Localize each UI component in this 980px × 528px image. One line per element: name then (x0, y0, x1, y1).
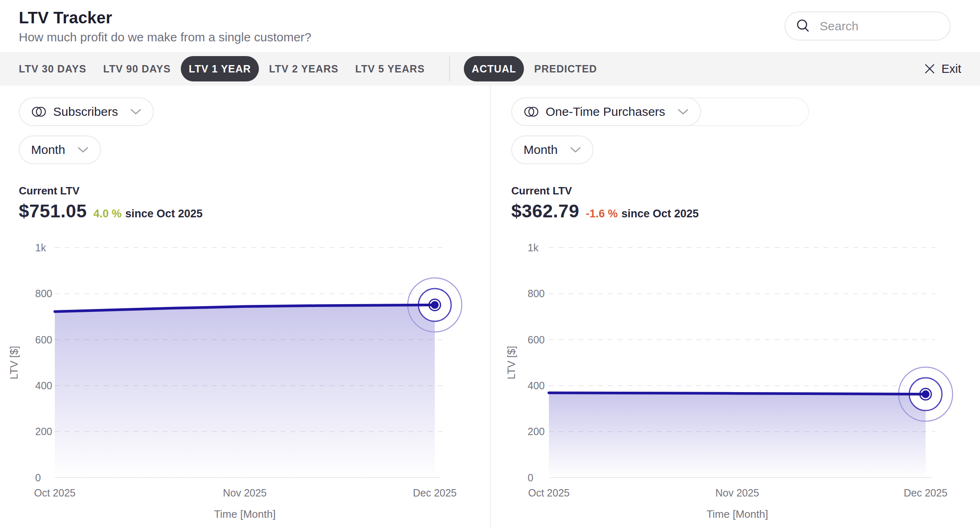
svg-text:1k: 1k (528, 242, 539, 253)
page-subtitle: How much profit do we make from a single… (19, 30, 311, 44)
segment-select-label: Subscribers (53, 105, 118, 119)
svg-text:Oct 2025: Oct 2025 (34, 487, 75, 499)
header: LTV Tracker How much profit do we make f… (0, 0, 980, 52)
period-tabs: LTV 30 DAYS LTV 90 DAYS LTV 1 YEAR LTV 2… (12, 56, 431, 81)
search-input[interactable] (820, 19, 942, 33)
exit-button[interactable]: Exit (924, 62, 961, 76)
page-title: LTV Tracker (19, 9, 311, 27)
main-content: Subscribers Month Current LTV $751.05 4.… (0, 86, 980, 528)
svg-text:0: 0 (35, 472, 41, 483)
granularity-select-label: Month (524, 143, 557, 157)
search-icon (795, 18, 811, 34)
tab-ltv-1-year[interactable]: LTV 1 YEAR (181, 56, 258, 81)
panel-one-time-purchasers: One-Time Purchasers Month Current LTV $3… (491, 86, 979, 528)
svg-text:LTV [$]: LTV [$] (8, 346, 20, 379)
metric-value: $362.79 (511, 201, 579, 222)
svg-text:Dec 2025: Dec 2025 (904, 487, 947, 499)
ltv-tracker-page: LTV Tracker How much profit do we make f… (0, 0, 980, 528)
granularity-select-row: Month (511, 135, 979, 164)
chevron-down-icon (130, 108, 142, 115)
svg-text:Dec 2025: Dec 2025 (413, 487, 456, 499)
ltv-chart-one-time-purchasers: 02004006008001kOct 2025Nov 2025Dec 2025T… (497, 234, 978, 528)
chevron-down-icon (570, 147, 581, 153)
metric-label: Current LTV (511, 185, 979, 197)
svg-text:Oct 2025: Oct 2025 (528, 487, 569, 499)
metric-since: since Oct 2025 (621, 208, 699, 220)
granularity-select-label: Month (31, 143, 65, 157)
svg-text:200: 200 (528, 426, 545, 437)
granularity-select-row: Month (19, 135, 490, 164)
segment-select[interactable]: Subscribers (19, 97, 154, 126)
metric-label: Current LTV (19, 185, 490, 197)
chevron-down-icon (677, 108, 689, 115)
svg-text:400: 400 (35, 380, 52, 391)
svg-text:LTV [$]: LTV [$] (505, 346, 517, 379)
tab-bar: LTV 30 DAYS LTV 90 DAYS LTV 1 YEAR LTV 2… (0, 52, 980, 86)
granularity-select[interactable]: Month (19, 135, 101, 164)
segment-icon (31, 106, 47, 118)
svg-text:600: 600 (35, 334, 52, 345)
tab-ltv-30-days[interactable]: LTV 30 DAYS (12, 56, 93, 81)
close-icon (924, 63, 936, 75)
search-box[interactable] (784, 11, 951, 41)
metric-since: since Oct 2025 (125, 208, 202, 220)
tab-predicted[interactable]: PREDICTED (528, 56, 603, 81)
svg-text:Time [Month]: Time [Month] (706, 508, 768, 520)
tab-ltv-2-years[interactable]: LTV 2 YEARS (263, 56, 345, 81)
segment-select-row: Subscribers (19, 97, 490, 126)
title-block: LTV Tracker How much profit do we make f… (19, 9, 311, 44)
svg-text:Nov 2025: Nov 2025 (223, 487, 267, 499)
svg-text:0: 0 (528, 472, 533, 483)
tab-actual[interactable]: ACTUAL (464, 56, 524, 81)
svg-text:800: 800 (528, 288, 545, 299)
metric-delta: 4.0 % (93, 208, 121, 220)
svg-text:200: 200 (35, 426, 52, 437)
ltv-chart-subscribers: 02004006008001kOct 2025Nov 2025Dec 2025T… (8, 234, 491, 528)
chevron-down-icon (77, 147, 89, 153)
svg-text:400: 400 (528, 380, 545, 391)
segment-select-label: One-Time Purchasers (546, 105, 665, 119)
mode-tabs: ACTUAL PREDICTED (464, 56, 603, 81)
tab-ltv-90-days[interactable]: LTV 90 DAYS (97, 56, 177, 81)
metric-row: $362.79 -1.6 % since Oct 2025 (511, 201, 979, 222)
svg-text:Nov 2025: Nov 2025 (715, 487, 759, 499)
svg-text:1k: 1k (35, 242, 46, 253)
svg-text:600: 600 (528, 334, 545, 345)
segment-icon (524, 106, 539, 118)
metric-delta: -1.6 % (586, 208, 618, 220)
svg-text:800: 800 (35, 288, 52, 299)
panel-subscribers: Subscribers Month Current LTV $751.05 4.… (0, 86, 491, 528)
segment-select[interactable]: One-Time Purchasers (511, 97, 701, 126)
segment-select-row: One-Time Purchasers (511, 97, 979, 126)
granularity-select[interactable]: Month (511, 135, 593, 164)
metric-row: $751.05 4.0 % since Oct 2025 (19, 201, 490, 222)
metric-value: $751.05 (19, 201, 87, 222)
exit-label: Exit (942, 62, 961, 76)
tab-ltv-5-years[interactable]: LTV 5 YEARS (348, 56, 431, 81)
svg-text:Time [Month]: Time [Month] (214, 508, 276, 520)
tab-group-divider (449, 56, 450, 81)
